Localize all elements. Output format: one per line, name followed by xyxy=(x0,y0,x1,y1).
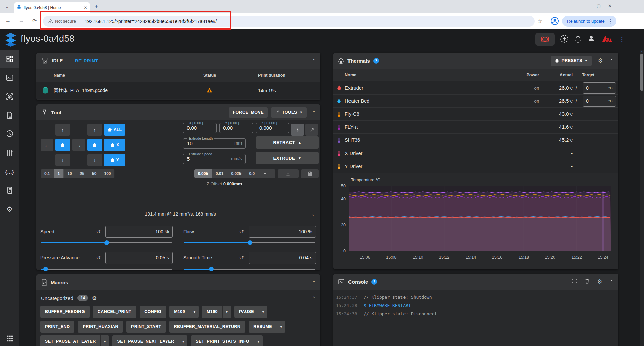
sidebar-item-console[interactable] xyxy=(0,68,19,87)
position-mode-toggle[interactable] xyxy=(291,124,304,136)
reset-icon[interactable]: ↺ xyxy=(96,229,101,235)
clear-console-trash-icon[interactable] xyxy=(585,278,590,285)
window-minimize-button[interactable]: — xyxy=(585,3,589,8)
thermals-settings-gear-icon[interactable]: ⚙ xyxy=(598,57,603,64)
jog-x-plus-button[interactable]: → xyxy=(72,139,85,151)
relaunch-to-update-button[interactable]: Relaunch to update ⋮ xyxy=(562,16,616,27)
profile-avatar[interactable] xyxy=(550,17,559,27)
sidebar-item-configuration[interactable]: {…} xyxy=(0,162,19,181)
speed-slider[interactable] xyxy=(40,240,173,245)
account-icon[interactable] xyxy=(587,35,595,44)
window-maximize-button[interactable]: ▢ xyxy=(597,3,601,8)
collapse-chevron-icon[interactable]: ⌃ xyxy=(312,58,316,63)
force-move-button[interactable]: FORCE_MOVE xyxy=(229,107,268,118)
retract-button[interactable]: RETRACT▲ xyxy=(256,136,319,149)
help-icon[interactable]: ? xyxy=(371,279,377,285)
macro-set_print_stats_info[interactable]: SET_PRINT_STATS_INFO▼ xyxy=(191,335,263,346)
expand-chevron-icon[interactable]: ⌄ xyxy=(311,212,315,217)
macro-m190[interactable]: M190▼ xyxy=(202,306,231,318)
extrude-speed-field[interactable]: Extrude Speed 5mm/s xyxy=(183,152,246,164)
job-row[interactable]: 圆柱体_PLA_1h9m.gcode 14m 19s xyxy=(36,82,320,99)
reset-icon[interactable]: ↺ xyxy=(239,255,244,261)
macro-print_end[interactable]: PRINT_END xyxy=(40,321,74,333)
smooth-time-slider[interactable] xyxy=(183,267,316,271)
sidebar-item-dashboard[interactable] xyxy=(0,50,19,68)
sensor-name[interactable]: FLY-π xyxy=(345,124,516,130)
jog-x-minus-button[interactable]: ← xyxy=(41,139,53,151)
extrusion-stats-row[interactable]: ~ 191.4 mm @ 12 mm³/s, 168 mm/s ⌄ xyxy=(36,207,320,221)
flow-slider[interactable] xyxy=(183,240,316,245)
move-step-10[interactable]: 10 xyxy=(64,169,76,178)
zoffset-up-button[interactable] xyxy=(255,169,275,178)
extrude-length-field[interactable]: Extrude Length 10mm xyxy=(183,136,246,149)
sensor-name[interactable]: Heater Bed xyxy=(345,98,516,104)
move-step-0.1[interactable]: 0.1 xyxy=(41,169,54,178)
macro-print_huaxian[interactable]: PRINT_HUAXIAN xyxy=(78,321,123,333)
forward-button[interactable]: → xyxy=(19,18,24,24)
macro-dropdown-icon[interactable]: ▼ xyxy=(277,321,285,333)
move-step-1[interactable]: 1 xyxy=(54,169,64,178)
sidebar-item-gcode-preview[interactable] xyxy=(0,87,19,106)
move-step-100[interactable]: 100 xyxy=(100,169,115,178)
fly-brand-logo[interactable] xyxy=(601,34,613,44)
zoffset-down-button[interactable] xyxy=(278,169,299,178)
pressure-advance-input[interactable]: 0.05 s xyxy=(105,252,173,264)
macro-dropdown-icon[interactable]: ▼ xyxy=(190,306,199,318)
update-available-icon[interactable] xyxy=(560,35,569,44)
sensor-name[interactable]: Extruder xyxy=(345,85,516,91)
back-button[interactable]: ← xyxy=(5,18,11,24)
sidebar-item-system[interactable] xyxy=(0,181,19,200)
window-close-button[interactable]: ✕ xyxy=(608,3,612,8)
pressure-advance-slider[interactable] xyxy=(40,267,173,271)
macro-dropdown-icon[interactable]: ▼ xyxy=(222,306,231,318)
collapse-chevron-icon[interactable]: ⌃ xyxy=(312,280,316,285)
zoffset-step-selector[interactable]: 0.0050.010.0250.05 xyxy=(194,169,261,178)
zoffset-step-0.025[interactable]: 0.025 xyxy=(227,169,245,178)
move-step-selector[interactable]: 0.11102550100 xyxy=(41,169,115,178)
notifications-bell-icon[interactable] xyxy=(574,35,582,44)
macro-print_start[interactable]: PRINT_START xyxy=(126,321,166,333)
home-xy-button[interactable] xyxy=(55,139,70,151)
sidebar-item-history[interactable] xyxy=(0,125,19,143)
tab-search-button[interactable]: ⌄ xyxy=(3,3,11,11)
relative-move-toggle[interactable] xyxy=(305,124,318,136)
new-tab-button[interactable]: + xyxy=(95,3,98,10)
sensor-name[interactable]: X Driver xyxy=(345,151,516,156)
macro-settings-gear-icon[interactable]: ⚙ xyxy=(92,295,97,301)
sensor-name[interactable]: Y Driver xyxy=(345,164,516,169)
collapse-chevron-icon[interactable]: ⌃ xyxy=(312,296,316,301)
jog-y-plus-button[interactable]: ↑ xyxy=(55,124,70,136)
zoffset-save-button[interactable] xyxy=(301,169,319,178)
move-step-50[interactable]: 50 xyxy=(88,169,100,178)
page-scrollbar[interactable]: ▲ xyxy=(640,50,644,346)
home-all-button[interactable]: ALL xyxy=(104,124,125,136)
jog-z-up-button[interactable]: ↑ xyxy=(87,124,102,136)
reset-icon[interactable]: ↺ xyxy=(239,229,244,235)
tools-dropdown-button[interactable]: TOOLS▼ xyxy=(271,107,307,118)
reprint-link[interactable]: RE-PRINT xyxy=(75,58,98,63)
move-step-25[interactable]: 25 xyxy=(76,169,88,178)
extrude-button[interactable]: EXTRUDE▼ xyxy=(256,152,319,164)
zoffset-step-0.01[interactable]: 0.01 xyxy=(212,169,227,178)
macro-config[interactable]: CONFIG xyxy=(140,306,166,318)
home-y-button[interactable]: Y xyxy=(104,154,125,166)
reset-icon[interactable]: ↺ xyxy=(96,255,101,261)
tab-close-icon[interactable]: ✕ xyxy=(84,5,87,10)
macro-cancel_print[interactable]: CANCEL_PRINT xyxy=(93,306,136,318)
smooth-time-input[interactable]: 0.04 s xyxy=(249,252,316,264)
collapse-chevron-icon[interactable]: ⌃ xyxy=(610,279,613,284)
app-menu-kebab-icon[interactable]: ⋮ xyxy=(619,36,625,43)
y-position-field[interactable]: Y [ 0.00 ]0.00 xyxy=(219,121,253,133)
jog-z-down-button[interactable]: ↓ xyxy=(87,154,102,166)
fullscreen-icon[interactable] xyxy=(572,278,577,285)
macro-dropdown-icon[interactable]: ▼ xyxy=(254,335,263,346)
sidebar-item-tune[interactable] xyxy=(0,143,19,162)
macro-rbuffer_material_return[interactable]: RBUFFER_MATERIAL_RETURN xyxy=(169,321,246,333)
jog-y-minus-button[interactable]: ↓ xyxy=(55,154,70,166)
z-position-field[interactable]: Z [ 0.000 ]0.000 xyxy=(256,121,289,133)
sidebar-item-settings[interactable]: ⚙ xyxy=(0,200,19,219)
scrollbar-up-arrow[interactable]: ▲ xyxy=(641,50,643,53)
target-temp-input[interactable]: 0°C xyxy=(583,96,616,107)
emergency-stop-button[interactable] xyxy=(535,33,555,46)
target-temp-input[interactable]: 0°C xyxy=(583,82,616,94)
